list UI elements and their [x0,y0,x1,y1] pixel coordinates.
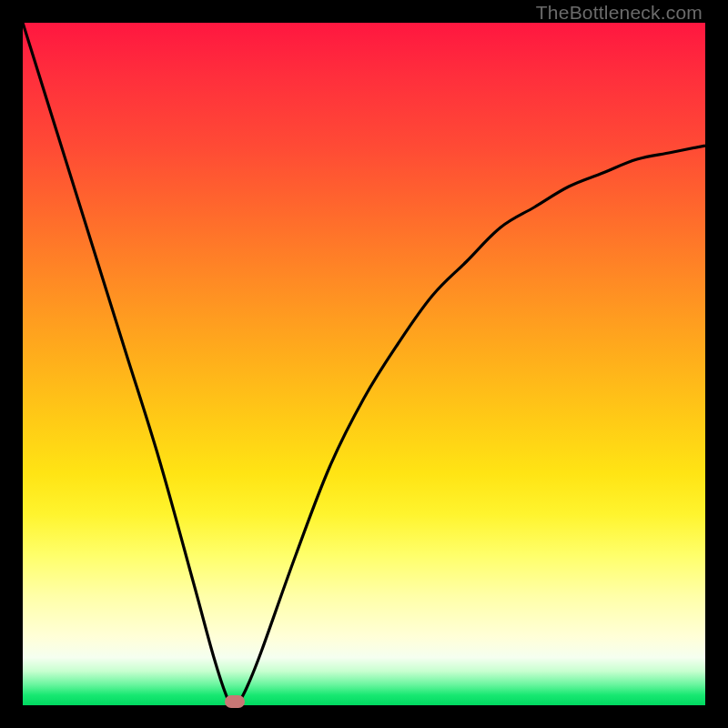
optimal-point-marker [225,695,245,708]
bottleneck-curve [23,23,705,705]
watermark-text: TheBottleneck.com [536,2,703,24]
